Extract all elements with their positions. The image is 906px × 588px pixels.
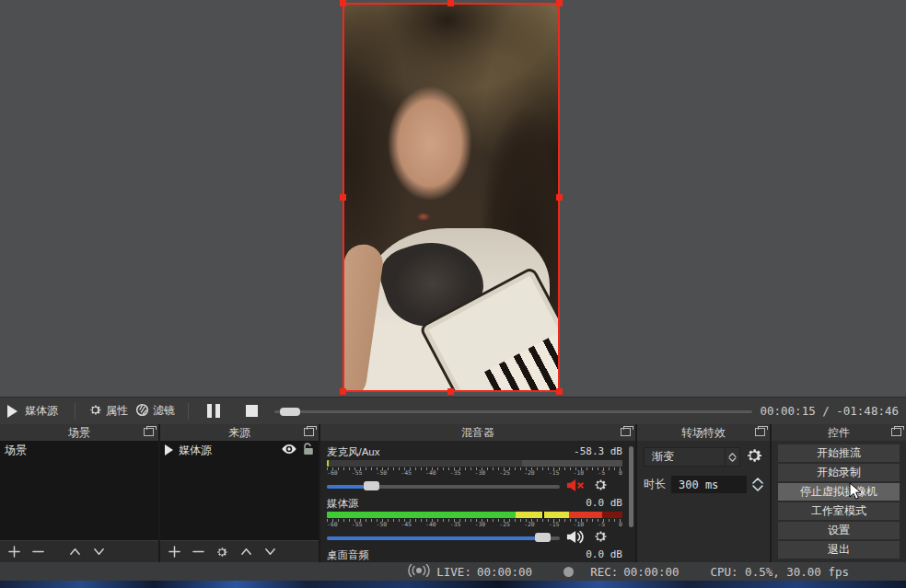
preview-canvas[interactable] (0, 0, 906, 397)
sources-panel: 来源 媒体源 (160, 424, 319, 562)
duration-spinner-icon[interactable] (752, 478, 763, 491)
volume-slider[interactable] (327, 532, 560, 543)
scenes-list[interactable]: 场景 (0, 441, 158, 540)
media-time: 00:00:15 / -01:48:46 (760, 404, 899, 418)
rec-time: 00:00:00 (623, 565, 679, 579)
add-scene-button[interactable] (4, 543, 24, 561)
resize-handle-bottom-right[interactable] (556, 388, 563, 395)
media-seek-bar[interactable] (274, 405, 752, 418)
remove-source-button[interactable] (188, 543, 208, 561)
start-streaming-button[interactable]: 开始推流 (778, 444, 900, 462)
filters-label: 滤镜 (153, 403, 175, 419)
channel-level: 0.0 dB (586, 548, 622, 562)
scenes-header[interactable]: 场景 (0, 424, 158, 441)
channel-name: 桌面音频 (327, 548, 369, 562)
status-bar: LIVE: 00:00:00 REC: 00:00:00 CPU: 0.5%, … (0, 562, 906, 581)
panel-menu-icon[interactable] (304, 428, 314, 436)
start-recording-button[interactable]: 开始录制 (778, 464, 900, 481)
video-melodica-keys (484, 335, 558, 390)
properties-button[interactable]: 属性 (88, 403, 128, 420)
channel-gear-icon[interactable] (593, 478, 608, 494)
play-icon (7, 405, 17, 418)
gear-icon (88, 403, 102, 420)
settings-button[interactable]: 设置 (778, 522, 900, 539)
sources-list[interactable]: 媒体源 (160, 441, 319, 540)
panel-menu-icon[interactable] (755, 428, 765, 436)
live-time: 00:00:00 (477, 565, 532, 579)
volume-meter (327, 460, 622, 467)
move-scene-down-button[interactable] (88, 543, 109, 561)
filter-icon (135, 403, 149, 420)
media-source-label: 媒体源 (25, 403, 58, 419)
seek-handle[interactable] (280, 408, 300, 416)
exit-button[interactable]: 退出 (778, 541, 900, 559)
resize-handle-bottom-middle[interactable] (447, 388, 454, 395)
mixer-scrollbar[interactable] (629, 446, 633, 527)
resize-handle-top-left[interactable] (340, 0, 346, 6)
transition-properties-gear-icon[interactable] (745, 446, 763, 467)
volume-slider-handle[interactable] (535, 533, 551, 542)
transitions-header[interactable]: 转场特效 (637, 424, 770, 441)
panel-menu-icon[interactable] (891, 428, 901, 436)
studio-mode-button[interactable]: 工作室模式 (778, 502, 900, 520)
source-properties-gear-icon[interactable] (212, 543, 232, 561)
mouse-cursor (849, 482, 863, 505)
add-source-button[interactable] (164, 543, 184, 561)
source-item-label: 媒体源 (179, 443, 212, 458)
transition-select[interactable]: 渐变 (644, 447, 740, 467)
rec-dot-icon (563, 567, 574, 577)
transition-value: 渐变 (652, 449, 674, 465)
scenes-panel: 场景 场景 (0, 424, 158, 562)
divider (188, 403, 189, 420)
visibility-eye-icon[interactable] (281, 444, 297, 457)
scene-list-item[interactable]: 场景 (0, 441, 158, 459)
pause-button[interactable] (207, 404, 220, 418)
volume-slider[interactable] (327, 480, 560, 491)
speaker-muted-icon[interactable] (566, 478, 587, 494)
channel-gear-icon[interactable] (593, 529, 608, 546)
db-scale: -60-55-50-45-40-35-30-25-20-15-10-50 (327, 470, 622, 477)
mixer-header[interactable]: 混音器 (320, 424, 635, 441)
speaker-icon[interactable] (566, 530, 587, 546)
lock-icon[interactable] (303, 443, 314, 458)
channel-level: -58.3 dB (574, 445, 622, 459)
panel-menu-icon[interactable] (621, 428, 631, 436)
db-scale: -60-55-50-45-40-35-30-25-20-15-10-50 (327, 522, 622, 528)
resize-handle-top-middle[interactable] (447, 0, 454, 6)
resize-handle-bottom-left[interactable] (340, 388, 346, 395)
move-source-down-button[interactable] (260, 543, 280, 561)
sources-header[interactable]: 来源 (160, 424, 319, 441)
move-source-up-button[interactable] (236, 543, 256, 561)
controls-panel: 控件 开始推流 开始录制 停止虚拟摄像机 工作室模式 设置 退出 (772, 424, 906, 562)
rec-label: REC: (590, 565, 618, 579)
mixer-title: 混音器 (461, 425, 494, 441)
divider (75, 403, 76, 420)
filters-button[interactable]: 滤镜 (135, 403, 175, 420)
controls-header[interactable]: 控件 (772, 424, 906, 441)
transitions-panel: 转场特效 渐变 时长 300 ms (637, 424, 770, 562)
volume-slider-handle[interactable] (364, 481, 379, 490)
resize-handle-middle-right[interactable] (556, 194, 563, 201)
transitions-title: 转场特效 (681, 425, 726, 441)
channel-name: 麦克风/Aux (327, 445, 380, 459)
move-scene-up-button[interactable] (64, 543, 85, 561)
mixer-channel-desktop: 桌面音频 0.0 dB (327, 548, 622, 562)
stop-button[interactable] (246, 405, 258, 417)
seek-track[interactable] (274, 410, 752, 413)
resize-handle-top-right[interactable] (556, 0, 563, 6)
resize-handle-middle-left[interactable] (340, 194, 346, 201)
select-spinner-icon[interactable] (725, 448, 739, 466)
video-preview-content (344, 5, 558, 390)
cpu-stats: CPU: 0.5%, 30.00 fps (710, 565, 849, 579)
duration-input[interactable]: 300 ms (670, 475, 748, 494)
remove-scene-button[interactable] (28, 543, 48, 561)
desktop-wallpaper-strip (0, 581, 906, 588)
transitions-body: 渐变 时长 300 ms (637, 441, 770, 562)
selected-source-video[interactable] (343, 3, 560, 392)
controls-title: 控件 (828, 425, 850, 441)
stop-virtual-camera-button[interactable]: 停止虚拟摄像机 (778, 483, 900, 501)
bottom-docks: 场景 场景 来源 媒体源 (0, 424, 906, 562)
source-list-item[interactable]: 媒体源 (160, 441, 319, 459)
channel-level: 0.0 dB (586, 497, 622, 511)
panel-menu-icon[interactable] (144, 428, 154, 436)
